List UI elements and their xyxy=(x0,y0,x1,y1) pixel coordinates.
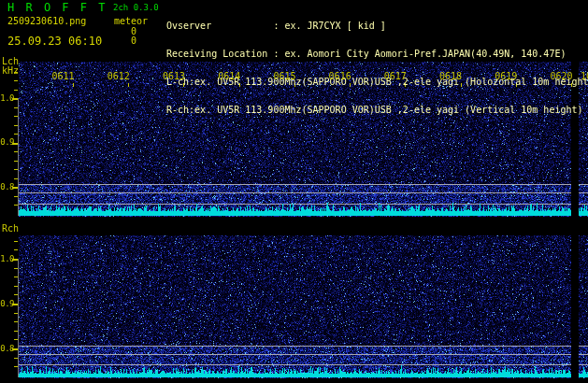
panel-label-rch: Rch xyxy=(2,224,19,234)
app-version: 2ch 0.3.0 xyxy=(113,3,159,12)
time-label-0615: 0615 xyxy=(273,72,295,81)
datetime-label: 25.09.23 06:10 xyxy=(7,35,102,47)
freq-unit-label-lch: kHz xyxy=(2,66,19,76)
time-label-0613: 0613 xyxy=(163,72,185,81)
location-line: Receiving Location : ex. Aomori City Aom… xyxy=(166,50,588,59)
observer-line: Ovserver : ex. JR7CYX [ kid ] xyxy=(166,21,588,31)
freq-label-rch-0.8: 0.8 xyxy=(0,344,14,353)
time-label-0618: 0618 xyxy=(439,72,462,81)
meteor-mode-label: meteor xyxy=(114,17,148,26)
time-label-0616: 0616 xyxy=(329,72,351,81)
freq-label-lch-0.8: 0.8 xyxy=(0,182,14,192)
time-label-0617: 0617 xyxy=(384,72,407,81)
freq-label-lch-0.9: 0.9 xyxy=(0,137,14,147)
meteor-count-bottom: 0 xyxy=(131,36,136,46)
time-label-0620: 0620 xyxy=(550,72,572,81)
time-label-0619: 0619 xyxy=(495,72,517,81)
rch-receiver-line: R-ch:ex. UV5R 113.900Mhz(SAPPORO VOR)USB… xyxy=(166,106,588,115)
hrofft-screen: H R O F F T 2ch 0.3.0 2509230610.png met… xyxy=(0,0,588,383)
freq-label-rch-0.9: 0.9 xyxy=(0,299,14,308)
output-filename: 2509230610.png xyxy=(7,17,86,26)
freq-label-lch-1.0: 1.0 xyxy=(0,93,14,103)
app-title: H R O F F T xyxy=(7,2,108,13)
freq-label-rch-1.0: 1.0 xyxy=(0,254,14,263)
time-label-0612: 0612 xyxy=(108,72,130,81)
station-info: Ovserver : ex. JR7CYX [ kid ] Receiving … xyxy=(166,3,588,134)
time-label-0614: 0614 xyxy=(218,72,240,81)
time-label-overflow: 10 xyxy=(581,72,588,81)
time-label-0611: 0611 xyxy=(52,72,75,81)
